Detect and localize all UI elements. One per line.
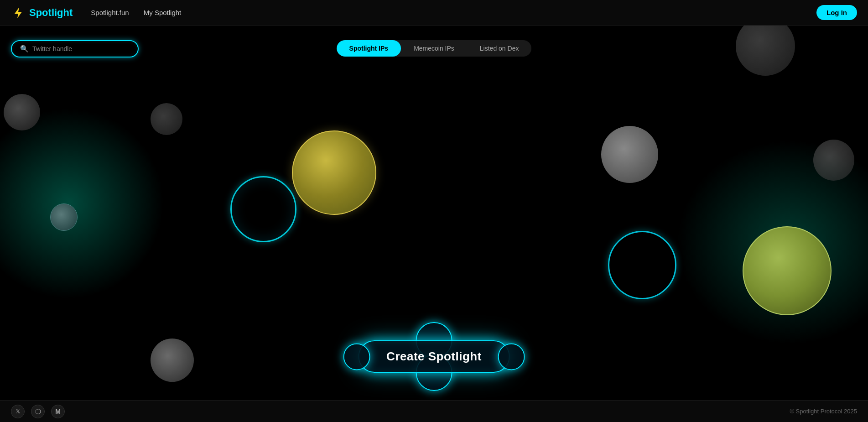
circle-right-far: [813, 140, 854, 181]
circle-left-3: [50, 203, 78, 231]
search-icon: 🔍: [20, 45, 29, 53]
circle-left-1: [4, 94, 40, 130]
nav-link-my-spotlight[interactable]: My Spotlight: [144, 9, 182, 16]
footer-copyright: © Spotlight Protocol 2025: [790, 408, 857, 415]
logo-icon: [11, 6, 26, 19]
create-spotlight-button[interactable]: Create Spotlight: [358, 340, 510, 373]
login-button[interactable]: Log In: [816, 5, 857, 20]
tab-spotlight-ips[interactable]: Spotlight IPs: [337, 40, 401, 57]
nav-link-fun[interactable]: Spotlight.fun: [91, 9, 129, 16]
navbar: Spotlight Spotlight.fun My Spotlight Log…: [0, 0, 868, 26]
x-icon: 𝕏: [16, 408, 20, 415]
circle-left-2: [151, 103, 182, 135]
circle-right-cyan: [608, 231, 676, 299]
tab-bar: Spotlight IPs Memecoin IPs Listed on Dex: [337, 40, 532, 57]
circle-right-1: [601, 126, 658, 183]
footer: 𝕏 ⬡ M © Spotlight Protocol 2025: [0, 400, 868, 422]
circle-center-gold: [292, 130, 376, 215]
bg-glow-left: [0, 108, 164, 299]
tab-memecoin-ips[interactable]: Memecoin IPs: [401, 40, 467, 57]
create-spotlight-container: Create Spotlight: [358, 340, 510, 373]
search-input[interactable]: [32, 45, 130, 52]
circle-bottom-left: [151, 339, 194, 382]
social-icons: 𝕏 ⬡ M: [11, 405, 65, 418]
logo-text: Spotlight: [29, 7, 73, 19]
tab-listed-on-dex[interactable]: Listed on Dex: [467, 40, 532, 57]
discord-icon: ⬡: [35, 407, 41, 416]
circle-center-cyan: [230, 176, 296, 242]
nav-links: Spotlight.fun My Spotlight: [91, 9, 816, 16]
main-content: 🔍 Spotlight IPs Memecoin IPs Listed on D…: [0, 26, 868, 400]
search-container: 🔍: [11, 40, 139, 57]
medium-icon: M: [55, 408, 61, 415]
circle-right-green: [743, 226, 832, 315]
discord-icon-button[interactable]: ⬡: [31, 405, 45, 418]
svg-marker-0: [15, 7, 22, 18]
logo-area: Spotlight: [11, 6, 73, 19]
x-icon-button[interactable]: 𝕏: [11, 405, 25, 418]
search-box: 🔍: [11, 40, 139, 57]
medium-icon-button[interactable]: M: [51, 405, 65, 418]
